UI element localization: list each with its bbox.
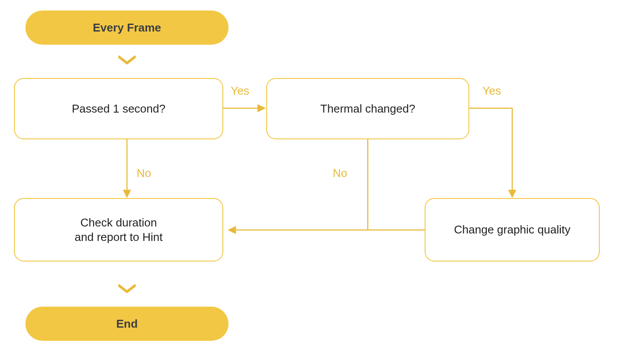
flowchart-canvas: Thermal changed? --> Check duration --> … xyxy=(0,0,644,350)
chevron-down-icon xyxy=(118,284,136,294)
chevron-down-icon xyxy=(118,55,136,66)
start-node: Every Frame xyxy=(25,11,229,45)
process-check-node: Check duration and report to Hint xyxy=(14,198,223,262)
decision-thermal-node: Thermal changed? xyxy=(266,78,469,139)
edge-label-passed-yes: Yes xyxy=(231,84,249,98)
edge-label-thermal-no: No xyxy=(333,166,347,180)
decision-thermal-label: Thermal changed? xyxy=(320,102,415,116)
edge-label-passed-no: No xyxy=(137,166,151,180)
start-label: Every Frame xyxy=(93,21,161,35)
decision-passed-label: Passed 1 second? xyxy=(72,102,165,116)
end-node: End xyxy=(25,307,229,341)
connector-layer: Thermal changed? --> Check duration --> … xyxy=(0,0,644,350)
process-change-node: Change graphic quality xyxy=(425,198,600,262)
edge-thermal-no xyxy=(229,139,368,230)
edge-thermal-yes xyxy=(469,108,512,197)
process-check-label: Check duration and report to Hint xyxy=(75,216,163,244)
end-label: End xyxy=(116,317,137,331)
process-change-label: Change graphic quality xyxy=(454,223,570,237)
edge-label-thermal-yes: Yes xyxy=(482,84,501,98)
decision-passed-node: Passed 1 second? xyxy=(14,78,223,139)
